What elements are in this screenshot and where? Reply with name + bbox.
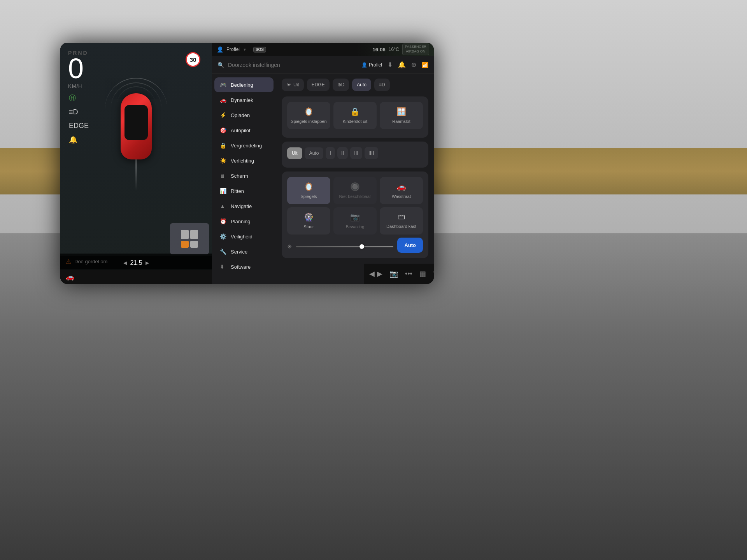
sidebar-item-vergrendeling[interactable]: 🔒 Vergrendeling bbox=[214, 138, 274, 153]
toggle-auto-label: Auto bbox=[357, 82, 366, 88]
brightness-slider[interactable] bbox=[296, 246, 393, 247]
spiegels-icon: 🪞 bbox=[304, 182, 314, 191]
sun-icon-toggle: ☀ bbox=[286, 82, 291, 88]
bediening-icon: 🎮 bbox=[220, 82, 227, 88]
wiper-speed-4[interactable]: IIII bbox=[365, 147, 378, 159]
speed-value: 0 bbox=[68, 54, 84, 82]
main-content: 🎮 Bediening 🚗 Dynamiek ⚡ Opladen 🎯 Autop… bbox=[212, 74, 434, 284]
taskbar-prev-arrow[interactable]: ◀ bbox=[369, 270, 375, 278]
planning-icon: ⏰ bbox=[220, 218, 227, 224]
raamslot-label: Raamslot bbox=[392, 119, 410, 124]
search-right-icons: 👤 Profiel ⬇ 🔔 ⊕ 📶 bbox=[361, 61, 428, 68]
map-background bbox=[356, 43, 434, 56]
bewaking-btn[interactable]: 📷 Bewaking bbox=[333, 207, 377, 234]
sidebar-item-navigatie[interactable]: ▲ Navigatie bbox=[214, 199, 274, 214]
sidebar-item-verlichting[interactable]: ☀️ Verlichting bbox=[214, 153, 274, 168]
toggle-uit[interactable]: ☀ Uit bbox=[282, 79, 304, 91]
veiligheid-label: Veiligheid bbox=[231, 234, 253, 240]
headlight-icon: ≡D bbox=[69, 108, 89, 116]
service-label: Service bbox=[231, 249, 247, 255]
profile-dropdown-arrow[interactable]: ▼ bbox=[243, 47, 247, 52]
wiper-uit-btn[interactable]: Uit bbox=[287, 147, 302, 159]
profile-icon-status: 👤 bbox=[217, 46, 223, 52]
ritten-icon: 📊 bbox=[220, 188, 227, 194]
profile-btn-search[interactable]: 👤 Profiel bbox=[361, 62, 382, 68]
niet-beschikbaar-icon: 🔘 bbox=[350, 182, 360, 191]
sidebar-item-dynamiek[interactable]: 🚗 Dynamiek bbox=[214, 93, 274, 107]
search-input[interactable] bbox=[228, 62, 358, 68]
sidebar-item-scherm[interactable]: 🖥 Scherm bbox=[214, 168, 274, 183]
phone-taskbar-icon[interactable]: 📞 bbox=[433, 270, 434, 278]
car-body bbox=[121, 93, 152, 159]
toggle-fullbeam-icon: ≡D bbox=[379, 82, 385, 88]
auto-button[interactable]: Auto bbox=[397, 238, 423, 253]
temp-right-arrow[interactable]: ▶ bbox=[146, 260, 149, 266]
wiper-row: Uit Auto I II III IIII bbox=[287, 147, 423, 159]
dashboard-kast-btn[interactable]: 🗃 Dashboard kast bbox=[380, 207, 423, 234]
mirror-fold-icon: 🪞 bbox=[304, 107, 314, 116]
bediening-label: Bediening bbox=[231, 82, 253, 88]
sidebar-item-autopilot[interactable]: 🎯 Autopilot bbox=[214, 123, 274, 138]
bluetooth-icon[interactable]: ⊕ bbox=[411, 61, 416, 68]
software-label: Software bbox=[231, 264, 251, 270]
stuur-btn[interactable]: 🎡 Stuur bbox=[287, 207, 330, 234]
wiper-auto-label: Auto bbox=[309, 150, 319, 156]
toggle-edge[interactable]: EDGE bbox=[307, 79, 330, 91]
dots-taskbar-icon[interactable]: ••• bbox=[405, 270, 412, 278]
auto-brightness-row: ☀ Auto bbox=[287, 238, 423, 253]
speed-limit-value: 30 bbox=[190, 56, 196, 63]
sidebar-item-planning[interactable]: ⏰ Planning bbox=[214, 214, 274, 229]
search-icon: 🔍 bbox=[217, 62, 224, 68]
toggle-fullbeam[interactable]: ≡D bbox=[374, 79, 390, 91]
dashboard-kast-icon: 🗃 bbox=[398, 212, 405, 221]
wiper-auto-btn[interactable]: Auto bbox=[305, 147, 324, 159]
status-profile-label[interactable]: Profiel bbox=[226, 47, 240, 52]
left-panel: PRND 0 KM/H 30 Ⓗ ≡D EDGE 🔔 bbox=[60, 43, 212, 284]
sos-badge[interactable]: SOS bbox=[253, 47, 266, 52]
auto-btn-label: Auto bbox=[404, 242, 416, 248]
car-trail bbox=[135, 159, 137, 191]
camera-taskbar-icon[interactable]: 📷 bbox=[389, 270, 398, 278]
temp-value: 21.5 bbox=[130, 259, 142, 266]
wiper-speed-3[interactable]: III bbox=[350, 147, 362, 159]
bottom-info-bar: ◀ 21.5 ▶ bbox=[60, 256, 212, 270]
toggle-beam[interactable]: ⊕D bbox=[333, 79, 349, 91]
stuur-icon: 🎡 bbox=[304, 212, 314, 222]
raamslot-icon: 🪟 bbox=[396, 107, 406, 116]
dynamiek-icon: 🚗 bbox=[220, 97, 227, 103]
wiper-speed-2[interactable]: II bbox=[337, 147, 348, 159]
verlichting-icon: ☀️ bbox=[220, 158, 227, 164]
status-bar-left: 👤 Profiel ▼ SOS bbox=[217, 46, 266, 52]
toggle-auto[interactable]: Auto bbox=[352, 79, 371, 91]
dynamiek-label: Dynamiek bbox=[231, 97, 253, 103]
sidebar-item-service[interactable]: 🔧 Service bbox=[214, 244, 274, 259]
wiper-speed-1[interactable]: I bbox=[326, 147, 335, 159]
spiegels-inklappen-btn[interactable]: 🪞 Spiegels inklappen bbox=[287, 102, 330, 129]
car-roof bbox=[124, 105, 148, 140]
taskbar-next-arrow[interactable]: ▶ bbox=[377, 270, 382, 278]
wasstraat-icon: 🚗 bbox=[396, 182, 406, 191]
signal-icon[interactable]: 📶 bbox=[422, 62, 428, 68]
taskbar: ◀ ▶ 📷 ••• ▦ 📞 ⊕ ◀ 🔊 ▶ bbox=[364, 264, 434, 284]
sidebar-item-veiligheid[interactable]: ⚙️ Veiligheid bbox=[214, 229, 274, 244]
raamslot-btn[interactable]: 🪟 Raamslot bbox=[380, 102, 423, 129]
navigatie-label: Navigatie bbox=[231, 203, 252, 209]
grid-taskbar-icon[interactable]: ▦ bbox=[419, 270, 426, 278]
sidebar-item-ritten[interactable]: 📊 Ritten bbox=[214, 184, 274, 198]
kinderslot-btn[interactable]: 🔒 Kinderslot uit bbox=[333, 102, 377, 129]
download-icon[interactable]: ⬇ bbox=[388, 61, 393, 68]
niet-beschikbaar-label: Niet beschikbaar bbox=[339, 194, 371, 199]
sidebar-item-software[interactable]: ⬇ Software bbox=[214, 259, 274, 274]
wasstraat-btn[interactable]: 🚗 Wasstraat bbox=[380, 177, 423, 204]
sidebar-item-opladen[interactable]: ⚡ Opladen bbox=[214, 108, 274, 122]
spiegels-btn[interactable]: 🪞 Spiegels bbox=[287, 177, 330, 204]
kinderslot-icon: 🔒 bbox=[350, 107, 360, 116]
toggle-uit-label: Uit bbox=[293, 82, 299, 88]
temp-left-arrow[interactable]: ◀ bbox=[123, 260, 127, 266]
drl-icon: EDGE bbox=[69, 122, 89, 130]
bell-icon[interactable]: 🔔 bbox=[398, 61, 406, 68]
niet-beschikbaar-btn: 🔘 Niet beschikbaar bbox=[333, 177, 377, 204]
sidebar-item-bediening[interactable]: 🎮 Bediening bbox=[214, 77, 274, 92]
mirror-locks-card: 🪞 Spiegels inklappen 🔒 Kinderslot uit 🪟 … bbox=[282, 96, 428, 138]
scherm-icon: 🖥 bbox=[220, 173, 227, 179]
